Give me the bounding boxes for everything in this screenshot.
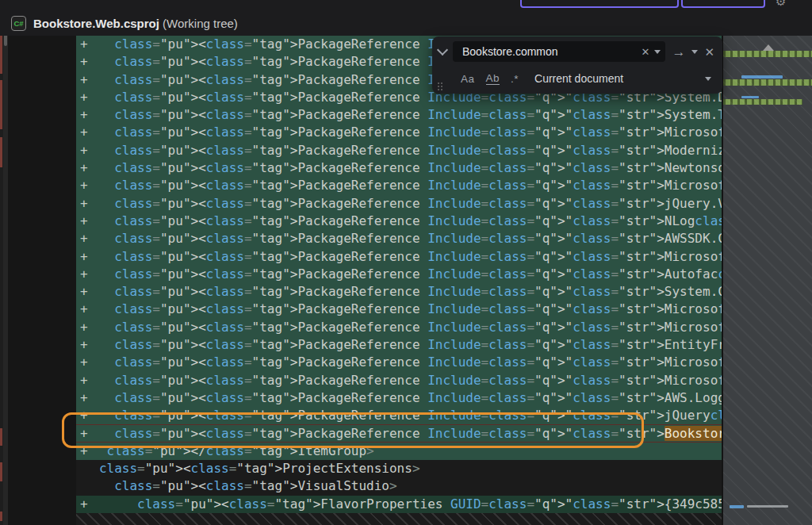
code-line[interactable]: + class="pu"><class="tag">PackageReferen… bbox=[8, 283, 722, 301]
error-stripe-mark bbox=[0, 36, 2, 74]
code-line[interactable]: class="pu"><class="tag">ProjectExtension… bbox=[8, 460, 722, 477]
working-tree-label: (Working tree) bbox=[159, 17, 238, 30]
find-options-chevron-icon[interactable] bbox=[691, 50, 698, 54]
gutter bbox=[8, 36, 76, 53]
diff-added-marker: + bbox=[80, 425, 88, 443]
gutter bbox=[8, 195, 76, 213]
diff-added-marker: + bbox=[80, 354, 88, 371]
search-input[interactable] bbox=[461, 44, 637, 59]
diff-added-marker: + bbox=[80, 407, 88, 424]
code-line[interactable]: + class="pu"><class="tag">PackageReferen… bbox=[8, 354, 722, 371]
gutter bbox=[8, 71, 76, 89]
diff-added-marker: + bbox=[80, 195, 88, 213]
code-line[interactable]: + class="pu"><class="tag">PackageReferen… bbox=[8, 372, 722, 389]
drag-handle[interactable] bbox=[438, 82, 443, 91]
diff-added-marker: + bbox=[80, 389, 88, 407]
code-line[interactable]: class="pu"><class="tag">VisualStudio> bbox=[8, 477, 722, 495]
minimap-mark bbox=[723, 79, 812, 86]
cut-off-toolbar-button-1[interactable] bbox=[520, 0, 679, 8]
code-line[interactable]: + class="pu"><class="tag">PackageReferen… bbox=[8, 389, 722, 407]
code-line[interactable]: + class="pu"><class="tag">PackageReferen… bbox=[8, 124, 722, 141]
error-stripe-mark bbox=[0, 80, 2, 129]
match-line-rule-bottom bbox=[76, 442, 722, 443]
diff-added-marker: + bbox=[80, 336, 88, 354]
find-panel: ✕ → ✕ Aa Ab .* Current document bbox=[432, 36, 722, 94]
match-case-toggle[interactable]: Aa bbox=[461, 73, 475, 85]
minimap-mark bbox=[741, 75, 783, 79]
diff-added-marker: + bbox=[80, 159, 88, 177]
diff-added-marker: + bbox=[80, 372, 88, 389]
search-history-chevron-icon[interactable] bbox=[654, 50, 661, 54]
gutter bbox=[8, 407, 76, 424]
code-line[interactable]: + class="pu"></class="tag">ItemGroup> bbox=[8, 443, 722, 460]
code-line[interactable]: + class="pu"><class="tag">PackageReferen… bbox=[8, 106, 722, 124]
gutter bbox=[8, 372, 76, 389]
header-bar: ⚙ C# Bookstore.Web.csproj (Working tree) bbox=[0, 0, 812, 36]
gutter bbox=[8, 319, 76, 336]
left-scrollbar[interactable] bbox=[3, 24, 8, 525]
file-title-row: C# Bookstore.Web.csproj (Working tree) bbox=[11, 16, 238, 31]
gutter bbox=[8, 248, 76, 266]
gutter bbox=[8, 354, 76, 371]
diff-added-marker: + bbox=[80, 443, 88, 460]
error-stripe-mark bbox=[0, 462, 2, 481]
gutter bbox=[8, 301, 76, 318]
search-scope-dropdown[interactable]: Current document bbox=[534, 72, 694, 85]
gutter bbox=[8, 53, 76, 71]
error-stripe-mark bbox=[0, 428, 2, 446]
code-lines-container: + class="pu"><class="tag">PackageReferen… bbox=[8, 36, 722, 525]
code-line[interactable]: + class="pu"><class="tag">PackageReferen… bbox=[8, 195, 722, 213]
code-line[interactable]: + class="pu"><class="tag">PackageReferen… bbox=[8, 407, 722, 424]
minimap-mark bbox=[747, 505, 788, 508]
whole-words-toggle[interactable]: Ab bbox=[486, 73, 500, 85]
code-line[interactable]: + class="pu"><class="tag">PackageReferen… bbox=[8, 159, 722, 177]
gutter bbox=[8, 425, 76, 443]
code-line[interactable]: + class="pu"><class="tag">PackageReferen… bbox=[8, 142, 722, 159]
scope-chevron-icon[interactable] bbox=[705, 77, 711, 81]
diff-added-marker: + bbox=[80, 89, 88, 106]
expand-chevron-icon[interactable] bbox=[437, 44, 448, 56]
gutter bbox=[8, 389, 76, 407]
diff-added-marker: + bbox=[80, 142, 88, 159]
code-line[interactable]: + class="pu"><class="tag">PackageReferen… bbox=[8, 177, 722, 194]
gutter bbox=[8, 159, 76, 177]
diff-added-marker: + bbox=[80, 266, 88, 283]
code-line[interactable]: + class="pu"><class="tag">PackageReferen… bbox=[8, 248, 722, 266]
code-line[interactable]: + class="pu"><class="tag">FlavorProperti… bbox=[8, 496, 722, 513]
minimap-mark bbox=[723, 99, 802, 105]
code-line[interactable]: + class="pu"><class="tag">PackageReferen… bbox=[8, 425, 722, 443]
diff-added-marker: + bbox=[80, 319, 88, 336]
gutter bbox=[8, 443, 76, 460]
settings-gear-icon[interactable]: ⚙ bbox=[776, 0, 786, 7]
code-line[interactable]: + class="pu"><class="tag">PackageReferen… bbox=[8, 230, 722, 247]
gutter bbox=[8, 124, 76, 141]
find-next-icon[interactable]: → bbox=[672, 45, 685, 59]
code-line[interactable]: + class="pu"><class="tag">PackageReferen… bbox=[8, 336, 722, 354]
code-line[interactable]: + class="pu"><class="tag">PackageReferen… bbox=[8, 301, 722, 318]
end-of-file-hatch bbox=[76, 513, 722, 525]
gutter bbox=[8, 477, 76, 495]
close-find-panel-icon[interactable]: ✕ bbox=[704, 47, 714, 57]
file-title: Bookstore.Web.csproj (Working tree) bbox=[33, 17, 238, 30]
gutter bbox=[8, 496, 76, 513]
cut-off-toolbar-button-2[interactable] bbox=[681, 0, 765, 8]
code-line[interactable]: + class="pu"><class="tag">PackageReferen… bbox=[8, 266, 722, 283]
gutter bbox=[8, 460, 76, 477]
clear-search-icon[interactable]: ✕ bbox=[642, 47, 650, 57]
regex-toggle[interactable]: .* bbox=[511, 73, 519, 85]
find-options-row: Aa Ab .* Current document bbox=[432, 67, 722, 90]
code-line[interactable]: + class="pu"><class="tag">PackageReferen… bbox=[8, 319, 722, 336]
minimap-up-arrow-icon[interactable] bbox=[763, 44, 774, 51]
gutter bbox=[8, 142, 76, 159]
gutter bbox=[8, 177, 76, 194]
gutter bbox=[8, 230, 76, 247]
code-line[interactable]: + class="pu"><class="tag">PackageReferen… bbox=[8, 213, 722, 230]
diff-added-marker: + bbox=[80, 36, 88, 53]
gutter bbox=[8, 336, 76, 354]
match-line-rule-top bbox=[76, 424, 722, 425]
minimap[interactable] bbox=[723, 36, 812, 525]
gutter bbox=[8, 106, 76, 124]
gutter bbox=[8, 266, 76, 283]
search-field[interactable]: ✕ bbox=[453, 41, 665, 62]
find-row: ✕ → ✕ bbox=[432, 36, 722, 67]
